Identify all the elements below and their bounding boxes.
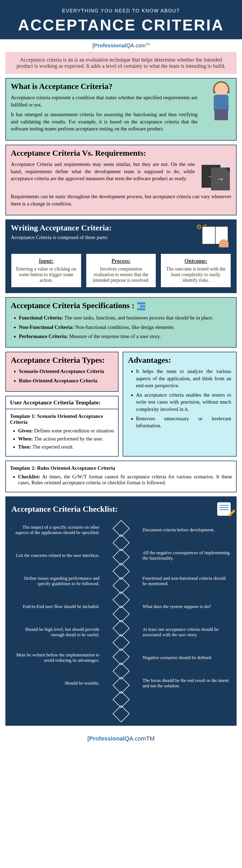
advantage-item: Removes unnecessary or irrelevant inform… (136, 415, 232, 429)
checklist-item: At least one acceptance criteria should … (142, 623, 231, 641)
writing-section: Writing Acceptance Criteria: Acceptance … (5, 219, 237, 293)
specs-title: Acceptance Criteria Specifications : (11, 301, 231, 311)
advantages-title: Advantages: (128, 355, 232, 365)
template-title: User Acceptance Criteria Template: (5, 396, 118, 409)
type-item: Rules-Oriented Acceptance Criteria (19, 377, 113, 384)
woman-icon (207, 79, 236, 127)
vs-section: Acceptance Criteria Vs. Requirements: Ac… (5, 145, 237, 215)
logo-bottom: [ProfessionalQA.comTM (0, 730, 242, 747)
advantage-item: It helps the team to analyze the various… (136, 368, 232, 390)
clipboard-icon (217, 502, 231, 516)
template-item: When: The action performed by the user. (18, 436, 114, 442)
diamond-icon (112, 705, 130, 722)
advantages-section: Advantages: It helps the team to analyze… (123, 352, 237, 457)
checklist-item: Should be high level, but should provide… (11, 623, 100, 641)
vs-title: Acceptance Criteria Vs. Requirements: (11, 149, 231, 158)
template-item: Then: The expected result. (18, 444, 114, 450)
writing-title: Writing Acceptance Criteria: (11, 223, 112, 232)
checklist-item: Functional and non-functional criteria s… (142, 572, 231, 590)
part-input: Input:Entering a value or clicking on so… (11, 253, 82, 288)
part-outcome: Outcome:The outcome is tested with the l… (160, 253, 231, 288)
checklist-item: The impact of a specific scenario on oth… (11, 521, 100, 538)
template2-section: Template 2: Rules Oriented Acceptance Cr… (5, 461, 237, 492)
checklist-item: Should be testable. (11, 674, 100, 692)
checklist-item: All the negative consequences of impleme… (142, 547, 231, 564)
intro-text: Acceptance criteria is an is an evaluati… (5, 52, 237, 74)
checklist-item: Document criteria before development. (142, 521, 231, 538)
checklist-item: The focus should be the end result or th… (142, 674, 231, 692)
checklist-item: Must be written before the implementatio… (11, 649, 100, 666)
documents-icon: →→ (199, 161, 231, 193)
vs-p1: Acceptance Criteria and requirements may… (11, 161, 195, 182)
part-process: Process:Involves computation evaluation … (86, 253, 157, 288)
specs-section: Acceptance Criteria Specifications : Fun… (5, 297, 237, 348)
header: EVERYTHING YOU NEED TO KNOW ABOUT ACCEPT… (0, 0, 242, 39)
advantage-item: An acceptance criteria enables the teste… (136, 392, 232, 413)
spec-item: Non-Functional Criteria: Non-functional … (19, 324, 231, 331)
header-title: ACCEPTANCE CRITERIA (5, 16, 237, 34)
checklist-item: Negative scenarios should be defined. (142, 649, 231, 666)
what-p2: It has emerged as measurement criteria f… (11, 111, 197, 132)
template-section: User Acceptance Criteria Template: Templ… (5, 396, 118, 457)
what-p1: Acceptance criteria represent a conditio… (11, 94, 197, 108)
template1-heading: Template 1: Scenario Oriented Acceptance… (10, 413, 114, 425)
what-title: What is Acceptance Criteria? (11, 82, 197, 91)
types-section: Acceptance Criteria Types: Scenario-Orie… (5, 352, 118, 392)
checklist-item: Define issues regarding performance and … (11, 572, 100, 590)
vs-p2: Requirements can be static throughout th… (11, 193, 231, 207)
type-item: Scenario-Oriented Acceptance Criteria (19, 368, 113, 375)
checklist-section: Acceptance Criteria Checklist: The impac… (5, 496, 237, 726)
writing-sub: Acceptance Criteria is composed of three… (11, 235, 112, 240)
template2-heading: Template 2: Rules Oriented Acceptance Cr… (10, 465, 232, 471)
template-item: Given: Defines some precondition or situ… (18, 428, 114, 434)
logo-top: [ProfessionalQA.comTM (0, 39, 242, 52)
checklist-item: End-to-End user flow should be included. (11, 598, 100, 615)
checklist-item: List the concerns related to the user in… (11, 547, 100, 564)
types-title: Acceptance Criteria Types: (11, 355, 113, 365)
checklist-title: Acceptance Criteria Checklist: (11, 502, 231, 516)
spec-item: Performance Criteria: Measure of the res… (19, 333, 231, 340)
spec-item: Functional Criteria: The user tasks, fun… (19, 314, 231, 321)
template2-item: Checklist: At times, the G/W/T format ca… (18, 474, 232, 486)
book-icon: ⚙⚙ (196, 223, 231, 247)
checklist-item: What does the system suppose to do? (142, 598, 231, 615)
what-section: What is Acceptance Criteria? Acceptance … (5, 78, 237, 141)
list-icon (137, 302, 145, 311)
header-subtitle: EVERYTHING YOU NEED TO KNOW ABOUT (5, 8, 237, 14)
